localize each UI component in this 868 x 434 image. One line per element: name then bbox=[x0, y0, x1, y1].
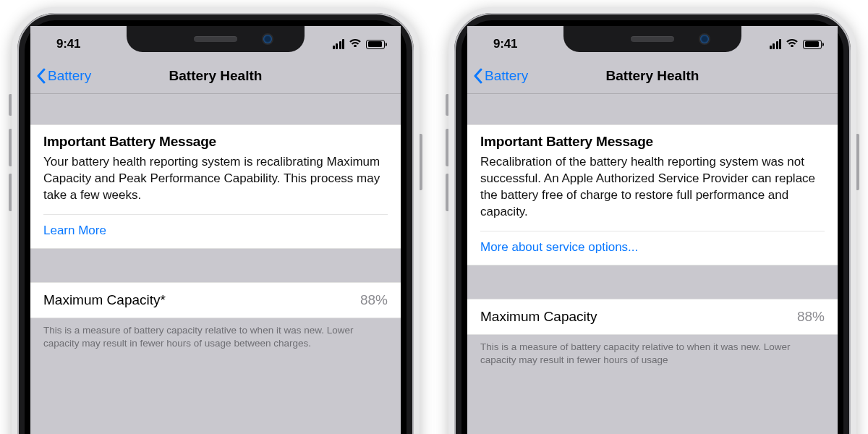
maximum-capacity-row[interactable]: Maximum Capacity* 88% bbox=[30, 282, 401, 318]
link-row: More about service options... bbox=[480, 231, 825, 265]
battery-message-card: Important Battery Message Recalibration … bbox=[467, 124, 838, 265]
earpiece-speaker bbox=[194, 36, 237, 42]
nav-bar: Battery Battery Health bbox=[30, 58, 401, 94]
chevron-left-icon bbox=[36, 68, 46, 84]
capacity-value: 88% bbox=[360, 292, 388, 308]
chevron-left-icon bbox=[473, 68, 483, 84]
phone-frame: 9:41 Battery Battery Health bbox=[12, 7, 420, 434]
capacity-footer: This is a measure of battery capacity re… bbox=[30, 318, 401, 350]
capacity-label: Maximum Capacity* bbox=[43, 292, 166, 308]
section-gap bbox=[467, 94, 838, 124]
battery-icon bbox=[366, 40, 385, 49]
iphone-right: 9:41 Battery Battery Health bbox=[448, 7, 856, 434]
section-gap bbox=[467, 265, 838, 299]
message-body: Your battery health reporting system is … bbox=[43, 154, 388, 204]
notch bbox=[563, 26, 741, 52]
back-label: Battery bbox=[48, 68, 91, 84]
status-indicators bbox=[333, 35, 386, 49]
section-gap bbox=[30, 249, 401, 282]
nav-bar: Battery Battery Health bbox=[467, 58, 838, 94]
back-label: Battery bbox=[485, 68, 528, 84]
earpiece-speaker bbox=[631, 36, 674, 42]
battery-icon bbox=[803, 40, 822, 49]
message-title: Important Battery Message bbox=[480, 134, 825, 150]
content: Important Battery Message Recalibration … bbox=[467, 94, 838, 434]
iphone-left: 9:41 Battery Battery Health bbox=[12, 7, 420, 434]
notch bbox=[127, 26, 305, 52]
wifi-icon bbox=[349, 39, 362, 49]
service-options-link[interactable]: More about service options... bbox=[480, 240, 638, 254]
page-title: Battery Health bbox=[169, 68, 263, 84]
phone-frame: 9:41 Battery Battery Health bbox=[448, 7, 856, 434]
battery-message-card: Important Battery Message Your battery h… bbox=[30, 124, 401, 249]
message-body: Recalibration of the battery health repo… bbox=[480, 154, 825, 221]
back-button[interactable]: Battery bbox=[473, 58, 528, 93]
content: Important Battery Message Your battery h… bbox=[30, 94, 401, 434]
capacity-footer: This is a measure of battery capacity re… bbox=[467, 335, 838, 367]
link-row: Learn More bbox=[43, 215, 388, 248]
front-camera bbox=[263, 35, 272, 43]
page-title: Battery Health bbox=[606, 68, 699, 84]
capacity-value: 88% bbox=[797, 309, 825, 325]
screen: 9:41 Battery Battery Health bbox=[30, 26, 401, 434]
capacity-label: Maximum Capacity bbox=[480, 309, 597, 325]
front-camera bbox=[700, 35, 709, 43]
status-time: 9:41 bbox=[489, 33, 517, 51]
wifi-icon bbox=[786, 39, 799, 49]
cellular-signal-icon bbox=[333, 39, 345, 49]
status-time: 9:41 bbox=[52, 33, 80, 51]
screen: 9:41 Battery Battery Health bbox=[467, 26, 838, 434]
cellular-signal-icon bbox=[770, 39, 782, 49]
status-indicators bbox=[770, 35, 822, 49]
learn-more-link[interactable]: Learn More bbox=[43, 224, 106, 237]
section-gap bbox=[30, 94, 401, 124]
message-title: Important Battery Message bbox=[43, 134, 388, 150]
maximum-capacity-row[interactable]: Maximum Capacity 88% bbox=[467, 299, 838, 335]
back-button[interactable]: Battery bbox=[36, 58, 91, 93]
